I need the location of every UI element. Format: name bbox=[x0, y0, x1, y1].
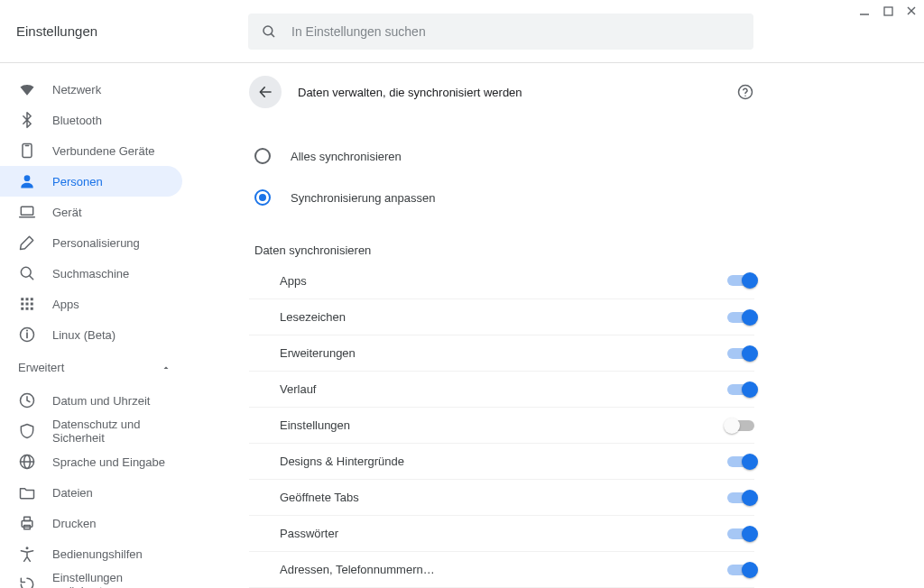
sync-items-list: AppsLesezeichenErweiterungenVerlaufEinst… bbox=[249, 262, 754, 588]
sync-item-toggle[interactable] bbox=[727, 384, 754, 395]
sync-item-row: Lesezeichen bbox=[249, 299, 754, 335]
advanced-label: Erweitert bbox=[18, 361, 64, 374]
sync-item-toggle[interactable] bbox=[727, 528, 754, 539]
close-button[interactable] bbox=[904, 4, 919, 18]
search-box[interactable] bbox=[248, 14, 753, 50]
sidebar-item-label: Sprache und Eingabe bbox=[52, 455, 165, 469]
svg-point-35 bbox=[744, 95, 746, 96]
apps-icon bbox=[18, 295, 36, 313]
svg-line-5 bbox=[271, 33, 274, 37]
sidebar-item-drucken[interactable]: Drucken bbox=[0, 508, 182, 538]
topbar: Einstellungen bbox=[0, 0, 924, 63]
radio-custom-indicator bbox=[254, 189, 271, 206]
page-title: Daten verwalten, die synchronisiert werd… bbox=[298, 86, 736, 99]
minimize-button[interactable] bbox=[857, 4, 872, 18]
sync-section-title: Daten synchronisieren bbox=[249, 224, 754, 262]
sidebar-item-label: Bluetooth bbox=[52, 114, 102, 127]
sidebar-item-label: Drucken bbox=[52, 517, 96, 530]
sidebar-item-datenschutz-und-sicherheit[interactable]: Datenschutz und Sicherheit bbox=[0, 416, 182, 446]
sidebar-item-suchmaschine[interactable]: Suchmaschine bbox=[0, 258, 182, 289]
sidebar-item-label: Suchmaschine bbox=[52, 267, 129, 280]
svg-rect-17 bbox=[26, 303, 29, 306]
svg-rect-16 bbox=[21, 303, 23, 306]
sidebar-item-label: Personalisierung bbox=[52, 236, 140, 250]
sidebar-item-label: Datum und Uhrzeit bbox=[52, 394, 150, 408]
sidebar-item-label: Verbundene Geräte bbox=[52, 144, 154, 158]
maximize-button[interactable] bbox=[881, 4, 895, 18]
sync-item-toggle[interactable] bbox=[727, 275, 754, 286]
sync-item-toggle[interactable] bbox=[727, 420, 754, 431]
sidebar-item-bluetooth[interactable]: Bluetooth bbox=[0, 105, 182, 135]
sync-item-row: Geöffnete Tabs bbox=[249, 479, 754, 515]
window-controls bbox=[857, 4, 919, 18]
sidebar: NetzwerkBluetoothVerbundene GerätePerson… bbox=[0, 63, 224, 588]
sidebar-item-label: Bedienungshilfen bbox=[52, 547, 143, 561]
person-icon bbox=[18, 172, 36, 190]
svg-rect-23 bbox=[26, 333, 28, 339]
svg-line-12 bbox=[30, 276, 33, 280]
sync-item-row: Passwörter bbox=[249, 515, 754, 551]
sidebar-item-label: Personen bbox=[52, 175, 103, 188]
sidebar-item-label: Linux (Beta) bbox=[52, 328, 116, 342]
device-icon bbox=[18, 142, 36, 160]
reset-icon bbox=[18, 575, 36, 588]
svg-rect-18 bbox=[31, 303, 33, 306]
sidebar-item-label: Gerät bbox=[52, 206, 82, 219]
sidebar-item-sprache-und-eingabe[interactable]: Sprache und Eingabe bbox=[0, 446, 182, 477]
svg-rect-9 bbox=[21, 207, 32, 215]
radio-all-label: Alles synchronisieren bbox=[291, 150, 402, 163]
radio-custom-label: Synchronisierung anpassen bbox=[291, 191, 435, 205]
svg-rect-20 bbox=[26, 308, 29, 310]
radio-sync-all[interactable]: Alles synchronisieren bbox=[249, 139, 754, 173]
globe-icon bbox=[18, 453, 36, 471]
sidebar-advanced-toggle[interactable]: Erweitert bbox=[0, 350, 224, 385]
svg-rect-15 bbox=[31, 298, 33, 300]
sidebar-item-label: Datenschutz und Sicherheit bbox=[52, 418, 182, 445]
sidebar-item-linux-beta-[interactable]: Linux (Beta) bbox=[0, 319, 182, 350]
sync-item-row: Einstellungen bbox=[249, 407, 754, 443]
sidebar-item-dateien[interactable]: Dateien bbox=[0, 477, 182, 508]
sync-item-toggle[interactable] bbox=[727, 312, 754, 323]
radio-sync-custom[interactable]: Synchronisierung anpassen bbox=[249, 180, 754, 215]
sync-item-toggle[interactable] bbox=[727, 492, 754, 503]
sync-mode-radios: Alles synchronisieren Synchronisierung a… bbox=[249, 114, 754, 224]
sidebar-item-netzwerk[interactable]: Netzwerk bbox=[0, 74, 182, 105]
svg-rect-13 bbox=[21, 298, 23, 300]
search-icon bbox=[18, 264, 36, 282]
sidebar-item-personalisierung[interactable]: Personalisierung bbox=[0, 227, 182, 258]
sync-item-toggle[interactable] bbox=[727, 565, 754, 575]
sync-item-row: Apps bbox=[249, 262, 754, 299]
sync-item-row: Adressen, Telefonnummern… bbox=[249, 551, 754, 587]
sidebar-item-label: Einstellungen zurücksetzen bbox=[52, 571, 182, 588]
shield-icon bbox=[18, 422, 36, 440]
back-button[interactable] bbox=[249, 76, 282, 108]
search-icon bbox=[261, 23, 291, 40]
search-input[interactable] bbox=[291, 24, 741, 39]
svg-rect-30 bbox=[24, 517, 31, 520]
linux-icon bbox=[18, 326, 36, 344]
sync-item-row: Designs & Hintergründe bbox=[249, 443, 754, 479]
sidebar-item-datum-und-uhrzeit[interactable]: Datum und Uhrzeit bbox=[0, 385, 182, 416]
sync-item-toggle[interactable] bbox=[727, 456, 754, 467]
sync-item-label: Adressen, Telefonnummern… bbox=[280, 563, 435, 576]
accessibility-icon bbox=[18, 545, 36, 563]
wifi-icon bbox=[18, 80, 36, 98]
sidebar-item-einstellungen-zur-cksetzen[interactable]: Einstellungen zurücksetzen bbox=[0, 569, 182, 588]
svg-point-8 bbox=[24, 175, 31, 181]
brush-icon bbox=[18, 234, 36, 252]
sync-item-toggle[interactable] bbox=[727, 348, 754, 359]
svg-rect-1 bbox=[884, 7, 892, 15]
sidebar-item-apps[interactable]: Apps bbox=[0, 289, 182, 319]
sync-item-label: Apps bbox=[280, 274, 307, 288]
svg-point-4 bbox=[263, 26, 273, 35]
svg-point-24 bbox=[26, 329, 28, 331]
sidebar-item-label: Netzwerk bbox=[52, 83, 101, 96]
radio-all-indicator bbox=[254, 148, 271, 164]
sidebar-item-personen[interactable]: Personen bbox=[0, 166, 182, 197]
help-button[interactable] bbox=[736, 83, 754, 101]
sync-item-label: Passwörter bbox=[280, 527, 338, 540]
sidebar-item-ger-t[interactable]: Gerät bbox=[0, 197, 182, 227]
sidebar-item-bedienungshilfen[interactable]: Bedienungshilfen bbox=[0, 538, 182, 569]
sidebar-item-verbundene-ger-te[interactable]: Verbundene Geräte bbox=[0, 135, 182, 166]
sync-item-label: Lesezeichen bbox=[280, 310, 346, 324]
